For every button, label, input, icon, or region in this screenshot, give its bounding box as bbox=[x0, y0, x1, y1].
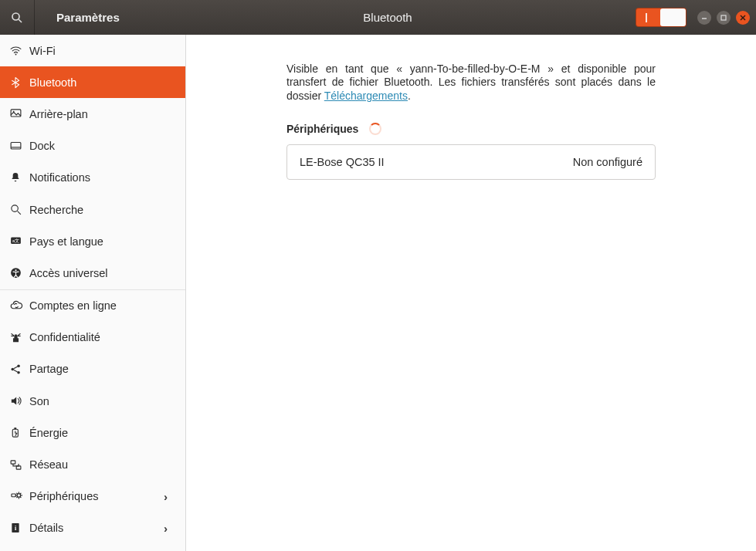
sidebar-item-label: Comptes en ligne bbox=[29, 299, 185, 312]
sidebar-item-label: Pays et langue bbox=[29, 235, 185, 248]
sidebar-item-label: Notifications bbox=[29, 171, 185, 184]
cloud-sync-icon bbox=[9, 299, 29, 313]
sidebar-item-wifi[interactable]: Wi-Fi bbox=[0, 35, 185, 66]
svg-point-11 bbox=[12, 205, 18, 212]
minimize-button[interactable] bbox=[697, 11, 711, 25]
svg-point-6 bbox=[15, 54, 17, 56]
close-icon bbox=[739, 14, 747, 22]
sidebar-item-peripheriques[interactable]: Périphériques› bbox=[0, 481, 185, 512]
sound-icon bbox=[9, 394, 29, 407]
downloads-link[interactable]: Téléchargements bbox=[324, 90, 408, 102]
sidebar-item-recherche[interactable]: Recherche bbox=[0, 194, 185, 225]
svg-rect-3 bbox=[721, 15, 726, 20]
device-row[interactable]: LE-Bose QC35 IINon configuré bbox=[287, 145, 655, 179]
sidebar-item-comptes[interactable]: Comptes en ligne bbox=[0, 290, 185, 322]
devices-heading: Périphériques bbox=[286, 123, 656, 135]
svg-rect-23 bbox=[16, 465, 21, 468]
wifi-icon bbox=[9, 44, 29, 57]
details-icon: i bbox=[9, 522, 29, 534]
background-icon bbox=[9, 107, 29, 120]
svg-rect-21 bbox=[14, 428, 16, 429]
svg-point-16 bbox=[15, 270, 16, 272]
bluetooth-toggle[interactable] bbox=[636, 8, 687, 27]
network-icon bbox=[9, 458, 29, 472]
svg-rect-22 bbox=[11, 460, 15, 463]
language-icon: a文 bbox=[9, 235, 29, 248]
devices-label: Périphériques bbox=[286, 123, 358, 135]
accessibility-icon bbox=[9, 266, 29, 279]
close-button[interactable] bbox=[736, 11, 750, 25]
sidebar-item-label: Son bbox=[29, 395, 185, 407]
svg-rect-9 bbox=[11, 142, 21, 149]
chevron-right-icon: › bbox=[164, 522, 185, 535]
search-button[interactable] bbox=[0, 0, 35, 35]
sidebar-item-label: Bluetooth bbox=[29, 76, 185, 89]
svg-point-8 bbox=[13, 111, 15, 113]
share-icon bbox=[9, 363, 29, 376]
sidebar-item-label: Partage bbox=[29, 363, 185, 375]
app-title: Paramètres bbox=[35, 11, 186, 24]
sidebar-item-label: Périphériques bbox=[29, 490, 164, 502]
sidebar-item-confidentialite[interactable]: Confidentialité bbox=[0, 322, 185, 353]
svg-point-0 bbox=[12, 13, 19, 20]
svg-point-25 bbox=[17, 494, 21, 498]
sidebar-item-bluetooth[interactable]: Bluetooth bbox=[0, 66, 185, 98]
sidebar-item-label: Accès universel bbox=[29, 267, 185, 279]
toggle-handle bbox=[660, 8, 686, 26]
sidebar-item-label: Énergie bbox=[29, 427, 185, 439]
sidebar: Wi-FiBluetoothArrière-planDockNotificati… bbox=[0, 35, 186, 551]
content-pane: Visible en tant que « yann-To-be-filled-… bbox=[186, 35, 756, 551]
search-icon bbox=[10, 11, 24, 25]
maximize-icon bbox=[720, 14, 727, 22]
dock-icon bbox=[9, 140, 29, 153]
sidebar-item-partage[interactable]: Partage bbox=[0, 353, 185, 385]
sidebar-item-dock[interactable]: Dock bbox=[0, 130, 185, 162]
sidebar-item-acces-universel[interactable]: Accès universel bbox=[0, 257, 185, 289]
maximize-button[interactable] bbox=[717, 11, 731, 25]
device-name: LE-Bose QC35 II bbox=[300, 156, 573, 168]
svg-text:a文: a文 bbox=[12, 238, 19, 243]
visibility-description: Visible en tant que « yann-To-be-filled-… bbox=[286, 63, 656, 103]
device-list: LE-Bose QC35 IINon configuré bbox=[286, 144, 656, 180]
svg-line-1 bbox=[19, 19, 22, 22]
sidebar-item-pays-langue[interactable]: a文Pays et langue bbox=[0, 225, 185, 257]
svg-rect-24 bbox=[12, 494, 15, 497]
devices-icon bbox=[9, 489, 29, 503]
page-title: Bluetooth bbox=[186, 11, 636, 24]
privacy-icon bbox=[9, 331, 29, 344]
svg-line-12 bbox=[18, 211, 21, 215]
sidebar-item-label: Dock bbox=[29, 140, 185, 152]
toggle-on-indicator bbox=[646, 13, 647, 22]
bluetooth-icon bbox=[9, 76, 29, 89]
sidebar-item-energie[interactable]: Énergie bbox=[0, 417, 185, 448]
device-status: Non configuré bbox=[573, 156, 642, 168]
sidebar-item-details[interactable]: iDétails› bbox=[0, 512, 185, 544]
sidebar-item-label: Confidentialité bbox=[29, 331, 185, 343]
bell-icon bbox=[9, 171, 29, 184]
loading-spinner-icon bbox=[369, 123, 381, 135]
sidebar-item-son[interactable]: Son bbox=[0, 385, 185, 417]
minimize-icon bbox=[700, 14, 708, 22]
chevron-right-icon: › bbox=[164, 490, 185, 503]
sidebar-item-notifications[interactable]: Notifications bbox=[0, 162, 185, 194]
main-area: Wi-FiBluetoothArrière-planDockNotificati… bbox=[0, 35, 756, 551]
search-icon bbox=[9, 203, 29, 216]
sidebar-item-label: Wi-Fi bbox=[29, 45, 185, 57]
sidebar-item-label: Arrière-plan bbox=[29, 108, 185, 120]
description-suffix: . bbox=[408, 90, 411, 102]
titlebar: Paramètres Bluetooth bbox=[0, 0, 756, 35]
sidebar-item-label: Détails bbox=[29, 522, 164, 534]
sidebar-item-reseau[interactable]: Réseau bbox=[0, 448, 185, 480]
sidebar-item-label: Réseau bbox=[29, 458, 185, 471]
power-icon bbox=[9, 426, 29, 439]
sidebar-item-arriere-plan[interactable]: Arrière-plan bbox=[0, 98, 185, 130]
window-controls bbox=[697, 11, 756, 25]
sidebar-item-label: Recherche bbox=[29, 204, 185, 216]
